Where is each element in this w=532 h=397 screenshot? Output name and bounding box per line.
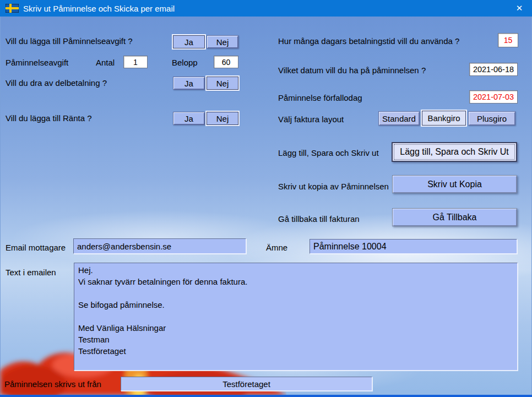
window-title: Skriv ut Påminnelse och Skicka per email	[23, 4, 175, 13]
print-copy-label: Skriv ut kopia av Påminnelsen	[278, 182, 389, 191]
belopp-label: Belopp	[172, 58, 198, 67]
window-border-bottom	[0, 395, 532, 397]
reminder-date-input[interactable]	[469, 63, 518, 76]
payment-days-input[interactable]	[498, 33, 518, 47]
partpay-no-button[interactable]: Nej	[207, 77, 238, 90]
fee-question-label: Vill du lägga till Påminnelseavgift ?	[6, 36, 133, 46]
email-recipient-input[interactable]	[73, 238, 246, 254]
layout-bankgiro-button[interactable]: Bankgiro	[422, 111, 466, 126]
go-back-button[interactable]: Gå Tillbaka	[392, 208, 517, 226]
layout-label: Välj faktura layout	[278, 115, 344, 124]
partpay-question-label: Vill du dra av delbetalning ?	[6, 78, 107, 88]
payment-days-label: Hur många dagars betalningstid vill du a…	[278, 36, 459, 46]
layout-standard-button[interactable]: Standard	[378, 111, 420, 126]
fee-yes-button[interactable]: Ja	[173, 35, 205, 48]
subject-label: Ämne	[266, 243, 287, 252]
partpay-yes-button[interactable]: Ja	[173, 77, 205, 90]
print-copy-button[interactable]: Skriv ut Kopia	[392, 175, 517, 193]
reminder-date-label: Vilket datum vill du ha på påminnelsen ?	[278, 66, 426, 75]
belopp-input[interactable]	[214, 56, 238, 68]
subject-input[interactable]	[310, 239, 517, 254]
email-body-label: Text i emailen	[6, 268, 56, 277]
swedish-flag-icon	[6, 4, 19, 13]
printed-from-field[interactable]	[121, 377, 372, 391]
close-icon[interactable]: ✕	[507, 0, 532, 17]
fee-no-button[interactable]: Nej	[207, 35, 238, 48]
interest-no-button[interactable]: Nej	[207, 112, 238, 125]
app-window: Skriv ut Påminnelse och Skicka per email…	[0, 0, 532, 397]
layout-plusgiro-button[interactable]: Plusgiro	[468, 111, 515, 126]
email-body-textarea[interactable]: Hej. Vi saknar tyvärr betalningen för de…	[74, 263, 518, 371]
interest-yes-button[interactable]: Ja	[173, 112, 205, 125]
due-date-input[interactable]	[469, 90, 518, 104]
antal-input[interactable]	[123, 56, 148, 68]
go-back-label: Gå tillbaka till fakturan	[278, 214, 360, 224]
title-bar: Skriv ut Påminnelse och Skicka per email	[0, 0, 532, 17]
fee-label: Påminnelseavgift	[6, 58, 68, 67]
printed-from-label: Påminnelsen skrivs ut från	[4, 379, 101, 389]
email-recipient-label: Email mottagare	[6, 243, 66, 252]
interest-question-label: Vill du lägga till Ränta ?	[6, 113, 92, 123]
add-save-print-label: Lägg till, Spara och Skriv ut	[278, 148, 379, 157]
due-date-label: Påminnelse förfallodag	[278, 93, 362, 102]
antal-label: Antal	[96, 58, 115, 67]
add-save-print-button[interactable]: Lägg till, Spara och Skriv Ut	[392, 142, 517, 162]
